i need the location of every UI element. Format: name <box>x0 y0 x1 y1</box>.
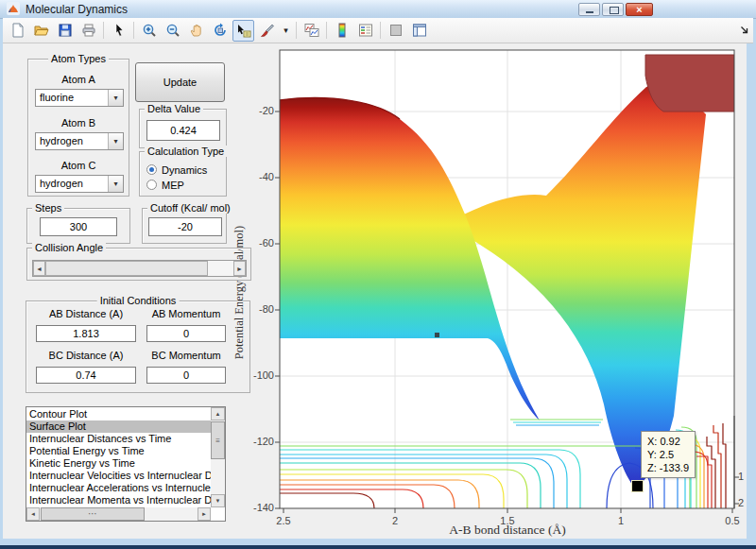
slider-right-arrow[interactable]: ► <box>233 261 246 276</box>
list-item[interactable]: Kinetic Energy vs Time <box>26 457 211 470</box>
plot-type-listbox[interactable]: Contour PlotSurface PlotInternuclear Dis… <box>26 406 226 522</box>
vertical-scroll-thumb[interactable]: ≡ <box>211 421 225 459</box>
atom-c-label: Atom C <box>27 160 129 171</box>
data-tip-x: X: 0.92 <box>647 435 689 448</box>
list-item[interactable]: Contour Plot <box>26 408 211 420</box>
radio-mep-label[interactable]: MEP <box>162 180 184 191</box>
atom-c-dropdown[interactable]: hydrogen ▾ <box>35 175 124 193</box>
x-tick-label: 2 <box>381 515 409 526</box>
vertical-scrollbar[interactable]: ▲ ≡ ▼ <box>211 407 225 507</box>
list-item[interactable]: Internuclear Momenta vs Internuclear Dis… <box>26 494 211 506</box>
atom-a-dropdown[interactable]: fluorine ▾ <box>35 89 124 107</box>
bc-distance-label: BC Distance (A) <box>34 350 138 361</box>
update-button[interactable]: Update <box>135 62 225 102</box>
ab-distance-label: AB Distance (A) <box>34 308 138 319</box>
data-tip-marker[interactable] <box>632 481 643 491</box>
y-tick-label: -140 <box>242 502 274 513</box>
calculation-type-title: Calculation Type <box>145 146 227 157</box>
data-tip-z: Z: -133.9 <box>647 461 689 474</box>
ab-distance-field[interactable]: 1.813 <box>36 325 136 342</box>
x-tick-label: 1 <box>607 515 635 526</box>
bc-momentum-label: BC Momentum <box>142 350 231 361</box>
surface-point-marker <box>435 333 439 337</box>
x-tick-label: 2.5 <box>269 515 298 526</box>
data-tip-y: Y: 2.5 <box>647 448 689 461</box>
list-item[interactable]: Surface Plot <box>26 420 211 433</box>
scroll-up-icon[interactable]: ▲ <box>211 407 225 420</box>
scroll-right-icon[interactable]: ► <box>198 507 211 521</box>
bc-distance-field[interactable]: 0.74 <box>36 367 136 384</box>
list-item[interactable]: Internuclear Distances vs Time <box>26 433 211 445</box>
data-tip[interactable]: X: 0.92 Y: 2.5 Z: -133.9 <box>641 431 696 478</box>
y-tick-label: -40 <box>242 171 274 182</box>
scroll-left-icon[interactable]: ◄ <box>26 507 40 521</box>
atom-types-title: Atom Types <box>48 53 109 64</box>
y-tick-label: -20 <box>242 105 274 116</box>
bc-momentum-field[interactable]: 0 <box>146 367 226 384</box>
y-tick-label: -120 <box>242 436 274 447</box>
steps-field[interactable]: 300 <box>40 217 117 236</box>
slider-left-arrow[interactable]: ◄ <box>33 261 45 276</box>
cutoff-title: Cutoff (Kcal/ mol) <box>147 202 233 214</box>
atom-b-value: hydrogen <box>40 135 83 146</box>
list-item[interactable]: Potential Energy vs Time <box>26 445 211 457</box>
window: Molecular Dynamics × ▾ <box>0 0 756 549</box>
initial-conditions-title: Initial Conditions <box>97 295 180 306</box>
atom-b-dropdown[interactable]: hydrogen ▾ <box>35 132 124 150</box>
delta-value-title: Delta Value <box>145 103 203 114</box>
atom-b-label: Atom B <box>27 117 129 129</box>
cutoff-field[interactable]: -20 <box>148 217 222 236</box>
x-axis-label: A-B bond distance (Å) <box>413 523 602 538</box>
chevron-down-icon[interactable]: ▾ <box>108 90 123 106</box>
radio-dynamics[interactable] <box>146 164 157 175</box>
collision-angle-title: Collision Angle <box>32 242 106 253</box>
ab-momentum-label: AB Momentum <box>142 308 231 319</box>
radio-dynamics-label[interactable]: Dynamics <box>162 164 207 176</box>
surface-cutoff-cap <box>645 55 734 112</box>
scroll-down-icon[interactable]: ▼ <box>211 494 225 507</box>
horizontal-scrollbar[interactable]: ◄ ⋯ ► <box>26 507 211 521</box>
radio-mep[interactable] <box>146 180 157 190</box>
collision-angle-slider[interactable]: ◄ ► <box>32 260 247 277</box>
atom-c-value: hydrogen <box>40 178 83 189</box>
x-tick-label: 0.5 <box>718 515 747 526</box>
steps-title: Steps <box>32 202 64 214</box>
right-tick-label: 1 <box>738 471 744 482</box>
chevron-down-icon[interactable]: ▾ <box>108 133 123 149</box>
chevron-down-icon[interactable]: ▾ <box>108 176 123 192</box>
atom-a-value: fluorine <box>40 92 74 103</box>
right-tick-label: 2 <box>738 497 744 508</box>
ab-momentum-field[interactable]: 0 <box>146 325 226 342</box>
horizontal-scroll-thumb[interactable]: ⋯ <box>41 507 145 521</box>
list-item[interactable]: Internuclear Velocities vs Internuclear … <box>26 470 211 482</box>
delta-value-field[interactable]: 0.424 <box>146 120 220 141</box>
list-item[interactable]: Internuclear Accelerations vs Internucle… <box>26 482 211 494</box>
atom-a-label: Atom A <box>27 74 129 85</box>
window-bottom-edge <box>0 545 756 549</box>
slider-thumb[interactable] <box>45 261 208 276</box>
